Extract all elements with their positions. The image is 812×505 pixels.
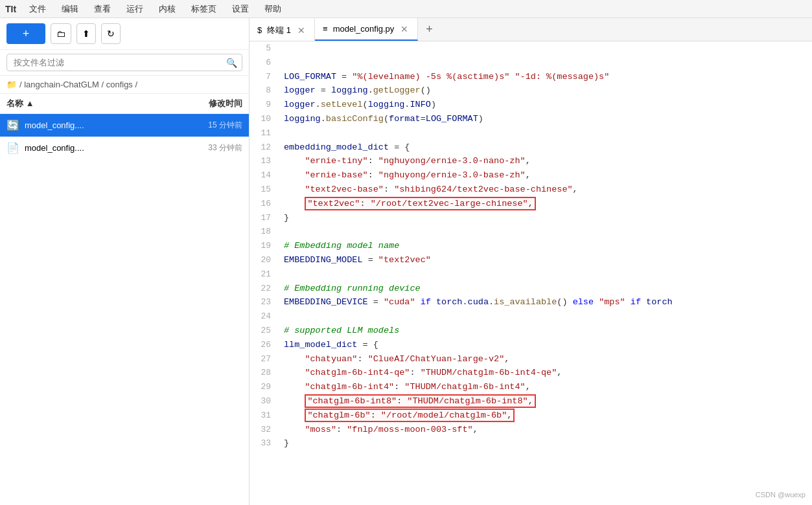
line-content: embedding_model_dict = { <box>279 140 812 155</box>
table-row: 9 logger.setLevel(logging.INFO) <box>249 98 812 112</box>
breadcrumb-text: / langchain-ChatGLM / configs / <box>19 80 137 89</box>
line-num: 12 <box>249 140 279 155</box>
tab-terminal-label: 终端 1 <box>267 25 291 36</box>
table-row: 7 LOG_FORMAT = "%(levelname) -5s %(ascti… <box>249 70 812 84</box>
upload-button[interactable]: ⬆ <box>76 23 96 44</box>
line-num: 28 <box>249 366 279 380</box>
line-content <box>279 56 812 70</box>
table-row: 31 "chatglm-6b": "/root/model/chatglm-6b… <box>249 409 812 423</box>
line-num: 22 <box>249 282 279 296</box>
line-num: 18 <box>249 225 279 239</box>
menu-bar: TIt 文件 编辑 查看 运行 内核 标签页 设置 帮助 <box>0 0 812 18</box>
line-content: "chatglm-6b-int4": "THUDM/chatglm-6b-int… <box>279 380 812 394</box>
app-title: TIt <box>5 4 16 14</box>
menu-help[interactable]: 帮助 <box>262 2 284 16</box>
file-item-left-second: 📄 model_config.... <box>6 142 84 154</box>
folder-icon: 📁 <box>6 80 17 89</box>
menu-tags[interactable]: 标签页 <box>189 2 219 16</box>
line-content: } <box>279 211 812 225</box>
line-content: LOG_FORMAT = "%(levelname) -5s %(asctime… <box>279 70 812 84</box>
tab-add-button[interactable]: + <box>418 23 441 36</box>
line-content: "text2vec-base": "shibing624/text2vec-ba… <box>279 183 812 197</box>
menu-edit[interactable]: 编辑 <box>59 2 81 16</box>
menu-view[interactable]: 查看 <box>91 2 113 16</box>
menu-settings[interactable]: 设置 <box>229 2 251 16</box>
menu-kernel[interactable]: 内核 <box>156 2 178 16</box>
line-num: 33 <box>249 436 279 451</box>
line-content: "chatyuan": "ClueAI/ChatYuan-large-v2", <box>279 352 812 366</box>
tab-model-config[interactable]: ≡ model_config.py ✕ <box>315 18 418 41</box>
line-num: 16 <box>249 197 279 211</box>
line-content: # Embedding model name <box>279 239 812 253</box>
table-row: 19 # Embedding model name <box>249 239 812 253</box>
line-num: 29 <box>249 380 279 394</box>
line-content: EMBEDDING_DEVICE = "cuda" if torch.cuda.… <box>279 295 812 309</box>
line-num: 15 <box>249 183 279 197</box>
file-item-left: 🔄 model_config.... <box>6 119 84 131</box>
table-row: 28 "chatglm-6b-int4-qe": "THUDM/chatglm-… <box>249 366 812 380</box>
line-num: 6 <box>249 56 279 70</box>
line-num: 17 <box>249 211 279 225</box>
line-num: 20 <box>249 253 279 267</box>
table-row: 14 "ernie-base": "nghuyong/ernie-3.0-bas… <box>249 168 812 183</box>
tab-file-label: model_config.py <box>333 24 395 34</box>
tab-terminal-close[interactable]: ✕ <box>296 24 307 37</box>
line-num: 11 <box>249 126 279 140</box>
file-sync-icon: 🔄 <box>6 119 19 131</box>
menu-file[interactable]: 文件 <box>27 2 49 16</box>
line-content: "moss": "fnlp/moss-moon-003-sft", <box>279 423 812 437</box>
line-num: 14 <box>249 168 279 183</box>
line-num: 10 <box>249 112 279 126</box>
folder-new-icon: 🗀 <box>56 28 65 39</box>
line-num: 8 <box>249 84 279 98</box>
line-num: 19 <box>249 239 279 253</box>
line-num: 31 <box>249 409 279 423</box>
code-editor[interactable]: 5 6 7 LOG_FORMAT = "%(levelname) -5s %(a… <box>249 41 812 505</box>
table-row: 15 "text2vec-base": "shibing624/text2vec… <box>249 183 812 197</box>
line-content: "ernie-base": "nghuyong/ernie-3.0-base-z… <box>279 168 812 183</box>
line-num: 13 <box>249 154 279 168</box>
table-row: 33 } <box>249 436 812 451</box>
line-num: 26 <box>249 338 279 352</box>
tab-bar: $ 终端 1 ✕ ≡ model_config.py ✕ + <box>249 18 812 41</box>
line-content: "chatglm-6b": "/root/model/chatglm-6b", <box>279 409 812 423</box>
sidebar: + 🗀 ⬆ ↻ 🔍 📁 / langchain-ChatGLM / config… <box>0 18 249 505</box>
file-name-second: model_config.... <box>25 143 84 153</box>
search-button[interactable]: 🔍 <box>226 58 237 68</box>
new-folder-button[interactable]: 🗀 <box>51 23 71 44</box>
line-content <box>279 267 812 282</box>
line-num: 23 <box>249 295 279 309</box>
name-column-header: 名称 ▲ <box>6 98 34 109</box>
table-row: 16 "text2vec": "/root/text2vec-large-chi… <box>249 197 812 211</box>
search-input[interactable] <box>6 54 242 71</box>
line-content: EMBEDDING_MODEL = "text2vec" <box>279 253 812 267</box>
line-num: 25 <box>249 324 279 338</box>
table-row: 20 EMBEDDING_MODEL = "text2vec" <box>249 253 812 267</box>
line-num: 21 <box>249 267 279 282</box>
sidebar-search: 🔍 <box>0 50 249 76</box>
main-area: + 🗀 ⬆ ↻ 🔍 📁 / langchain-ChatGLM / config… <box>0 18 812 505</box>
file-list: 🔄 model_config.... 15 分钟前 📄 model_config… <box>0 114 249 505</box>
search-icon: 🔍 <box>226 58 237 68</box>
table-row: 10 logging.basicConfig(format=LOG_FORMAT… <box>249 112 812 126</box>
tab-file-close[interactable]: ✕ <box>399 23 410 36</box>
file-item-active[interactable]: 🔄 model_config.... 15 分钟前 <box>0 114 249 137</box>
terminal-icon: $ <box>257 25 262 35</box>
file-doc-icon: 📄 <box>6 142 19 154</box>
line-num: 27 <box>249 352 279 366</box>
table-row: 25 # supported LLM models <box>249 324 812 338</box>
editor-area: $ 终端 1 ✕ ≡ model_config.py ✕ + 5 <box>249 18 812 505</box>
line-content <box>279 41 812 56</box>
tab-terminal[interactable]: $ 终端 1 ✕ <box>249 18 315 41</box>
table-row: 11 <box>249 126 812 140</box>
breadcrumb: 📁 / langchain-ChatGLM / configs / <box>0 76 249 94</box>
upload-icon: ⬆ <box>82 28 90 39</box>
line-content: logging.basicConfig(format=LOG_FORMAT) <box>279 112 812 126</box>
add-button[interactable]: + <box>6 23 45 44</box>
refresh-button[interactable]: ↻ <box>101 23 121 44</box>
menu-run[interactable]: 运行 <box>124 2 146 16</box>
file-item-second[interactable]: 📄 model_config.... 33 分钟前 <box>0 137 249 159</box>
table-row: 21 <box>249 267 812 282</box>
table-row: 8 logger = logging.getLogger() <box>249 84 812 98</box>
line-content: logger = logging.getLogger() <box>279 84 812 98</box>
